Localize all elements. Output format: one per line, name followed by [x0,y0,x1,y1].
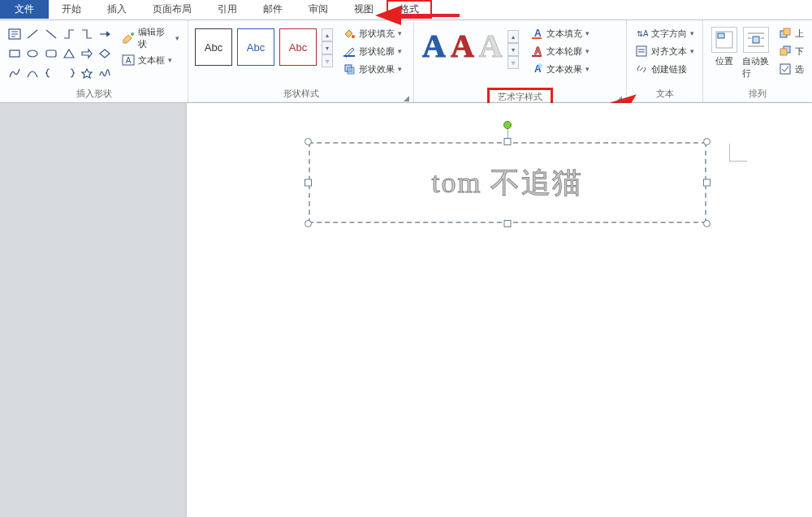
group-label-shape-styles: 形状样式 [188,88,413,102]
shape-textbox-icon[interactable] [6,25,23,43]
wrap-text-button[interactable]: 自动换行 [741,24,773,80]
text-fill-icon: A [530,27,543,40]
textbox-content[interactable]: tom 不追猫 [309,142,706,223]
svg-text:A: A [534,28,542,39]
position-label: 位置 [715,55,733,67]
group-text: ⇅A文字方向 对齐文本 创建链接 文本 [627,20,703,102]
svg-rect-26 [718,33,724,38]
shape-block-arrow-icon[interactable] [79,45,95,62]
shape-connector2-icon[interactable] [79,25,95,43]
shape-effects-button[interactable]: 形状效果 [339,62,405,76]
svg-rect-7 [46,50,56,57]
svg-rect-16 [532,37,542,39]
text-direction-button[interactable]: ⇅A文字方向 [632,26,698,41]
edit-shape-icon [122,32,135,45]
wordart-preset-2[interactable]: A [451,30,474,69]
shape-connector-icon[interactable] [61,25,77,43]
shape-fill-button[interactable]: 形状填充 [339,26,405,41]
group-shape-styles: Abc Abc Abc ▴▾▿ 形状填充 形状轮廓 形状效果 形状样式 [188,20,414,102]
wordart-gallery[interactable]: A A A ▴▾▿ [419,24,522,75]
shape-diamond-icon[interactable] [97,45,113,62]
shape-brace2-icon[interactable] [61,64,77,82]
group-label-arrange: 排列 [703,88,812,102]
tab-view[interactable]: 视图 [341,0,387,19]
text-box-button[interactable]: A文本框 [119,53,184,67]
svg-rect-36 [780,64,790,74]
shape-effects-label: 形状效果 [359,63,395,75]
edit-shape-label: 编辑形状 [138,26,173,50]
wrap-text-icon [743,27,769,53]
ribbon: 编辑形状 A文本框 插入形状 Abc Abc Abc ▴▾▿ 形状填充 形状轮廓… [0,19,812,103]
document-page[interactable]: tom 不追猫 [187,103,812,517]
svg-text:A: A [125,56,131,65]
shape-ellipse-icon[interactable] [24,45,41,62]
text-effects-label: 文本效果 [546,63,582,75]
shape-star-icon[interactable] [79,64,95,82]
svg-rect-5 [10,50,19,57]
selection-pane-button[interactable]: 选 [775,62,807,76]
wordart-preset-1[interactable]: A [422,30,446,69]
shape-roundrect-icon[interactable] [43,45,59,62]
text-fill-button[interactable]: A文本填充 [527,26,593,41]
tab-mailings[interactable]: 邮件 [250,0,296,19]
shape-scribble-icon[interactable] [97,64,113,82]
svg-rect-27 [753,37,759,43]
wordart-preset-3[interactable]: A [479,30,503,69]
text-direction-icon: ⇅A [635,27,648,40]
shape-rect-icon[interactable] [6,45,23,62]
edit-shape-button[interactable]: 编辑形状 [119,25,184,51]
tab-file[interactable]: 文件 [0,0,49,19]
shape-outline-button[interactable]: 形状轮廓 [339,44,405,58]
tab-insert[interactable]: 插入 [94,0,140,19]
svg-rect-33 [784,28,790,35]
selection-pane-icon [779,62,792,75]
shape-arrow-icon[interactable] [97,25,113,43]
shapes-gallery[interactable] [5,24,115,84]
selected-textbox[interactable]: tom 不追猫 [309,142,706,223]
margin-marker [729,144,747,162]
shape-triangle-icon[interactable] [61,45,77,62]
tab-layout[interactable]: 页面布局 [140,0,205,19]
rotation-handle[interactable] [503,121,512,129]
bring-forward-label: 上 [795,28,804,40]
create-link-button[interactable]: 创建链接 [632,62,698,76]
svg-rect-14 [348,67,354,74]
shape-line2-icon[interactable] [43,25,59,43]
align-text-icon [635,45,648,58]
send-backward-button[interactable]: 下 [775,44,807,58]
link-icon [635,62,648,75]
style-preset-3[interactable]: Abc [279,28,317,66]
text-effects-button[interactable]: A文本效果 [527,62,593,76]
svg-text:A: A [534,45,542,57]
text-outline-button[interactable]: A文本轮廓 [527,44,593,58]
shape-style-gallery[interactable]: Abc Abc Abc ▴▾▿ [193,24,335,72]
style-gallery-scroll[interactable]: ▴▾▿ [322,28,333,67]
bring-forward-button[interactable]: 上 [775,26,807,41]
shape-line-icon[interactable] [24,25,41,43]
text-effects-icon: A [530,62,543,75]
effects-icon [343,62,356,75]
text-outline-label: 文本轮廓 [546,45,582,58]
tab-references[interactable]: 引用 [205,0,250,19]
pen-outline-icon [343,45,356,58]
shape-styles-dialog-launcher[interactable] [402,93,410,101]
group-wordart-styles: A A A ▴▾▿ A文本填充 A文本轮廓 A文本效果 艺术字样式 [414,20,627,102]
position-button[interactable]: 位置 [708,24,741,67]
selection-pane-label: 选 [795,63,804,75]
wordart-gallery-scroll[interactable]: ▴▾▿ [508,30,519,69]
style-preset-2[interactable]: Abc [237,28,274,66]
send-backward-label: 下 [795,45,804,58]
align-text-label: 对齐文本 [651,45,687,58]
style-preset-1[interactable]: Abc [195,28,232,66]
tab-home[interactable]: 开始 [49,0,94,19]
tab-review[interactable]: 审阅 [296,0,341,19]
svg-point-11 [352,35,355,38]
wordart-styles-dialog-launcher[interactable] [615,93,623,101]
position-icon [711,27,737,53]
shape-curve-icon[interactable] [6,64,23,82]
bring-forward-icon [779,27,792,40]
text-box-icon: A [122,54,135,67]
align-text-button[interactable]: 对齐文本 [632,44,698,58]
shape-freeform-icon[interactable] [24,64,41,82]
shape-brace-icon[interactable] [43,64,59,82]
